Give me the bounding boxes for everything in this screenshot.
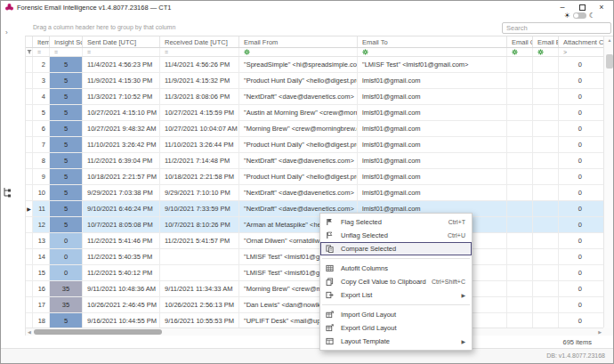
cell-from[interactable]: "Product Hunt Daily" <hello@digest.produ… <box>239 137 358 152</box>
cell-bcc[interactable] <box>533 185 559 200</box>
cell-from[interactable]: "Product Hunt Daily" <hello@digest.produ… <box>239 73 358 88</box>
column-header-bcc[interactable]: Email Bcc <box>533 36 559 47</box>
cell-bcc[interactable] <box>533 137 559 152</box>
cell-bcc[interactable] <box>533 281 559 296</box>
menu-item-export-list[interactable]: Export List▶ <box>320 288 472 302</box>
menu-item-compare-selected[interactable]: Compare Selected <box>320 242 472 255</box>
cell-bcc[interactable] <box>533 89 559 104</box>
cell-score[interactable]: 5 <box>50 169 83 184</box>
cell-bcc[interactable] <box>533 105 559 120</box>
cell-bcc[interactable] <box>533 169 559 184</box>
cell-id[interactable]: 15 <box>33 265 50 280</box>
cell-from[interactable]: "Morning Brew" <crew@morningbrew.com> <box>239 121 358 136</box>
cell-score[interactable]: 5 <box>50 121 83 136</box>
cell-attachments[interactable]: 0 <box>559 281 604 296</box>
column-header-sent[interactable]: Sent Date [UTC] <box>83 36 160 47</box>
filter-cell-from[interactable] <box>239 48 358 56</box>
cell-received[interactable]: 10/26/2021 2:56:13 PM <box>160 297 239 312</box>
table-row[interactable]: 4511/3/2021 7:10:52 PM11/3/2021 8:08:06 … <box>26 89 614 105</box>
column-header-received[interactable]: Received Date [UTC] <box>160 36 239 47</box>
cell-received[interactable]: 9/11/2021 11:34:33 AM <box>160 281 239 296</box>
column-header-id[interactable]: Item Id <box>33 36 50 47</box>
cell-id[interactable]: 5 <box>33 105 50 120</box>
horizontal-scrollbar[interactable]: ◀ ▶ <box>26 328 603 336</box>
cell-sent[interactable]: 11/2/2021 5:40:35 PM <box>83 249 160 264</box>
theme-switch[interactable] <box>573 12 586 19</box>
cell-cc[interactable] <box>507 249 533 264</box>
table-row[interactable]: 1059/29/2021 7:03:38 PM9/29/2021 7:10:10… <box>26 185 614 201</box>
cell-bcc[interactable] <box>533 217 559 232</box>
cell-id[interactable]: 12 <box>33 217 50 232</box>
cell-sent[interactable]: 10/18/2021 2:21:57 PM <box>83 169 160 184</box>
menu-item-autofit-columns[interactable]: Autofit Columns <box>320 262 472 275</box>
scroll-left-icon[interactable]: ◀ <box>28 329 31 335</box>
cell-id[interactable]: 17 <box>33 297 50 312</box>
horizontal-scroll-thumb[interactable] <box>34 329 162 335</box>
cell-sent[interactable]: 11/2/2021 5:41:46 PM <box>83 233 160 248</box>
cell-received[interactable]: 9/29/2021 7:10:10 PM <box>160 185 239 200</box>
cell-to[interactable]: lmisf01@gmail.com <box>358 169 507 184</box>
table-row[interactable]: 3511/9/2021 4:15:30 PM11/9/2021 4:15:32 … <box>26 73 614 89</box>
cell-attachments[interactable]: 0 <box>559 137 604 152</box>
cell-received[interactable]: 11/2/2021 5:41:57 PM <box>160 233 239 248</box>
cell-cc[interactable] <box>507 297 533 312</box>
cell-sent[interactable]: 10/7/2021 8:05:08 PM <box>83 217 160 232</box>
cell-attachments[interactable]: 0 <box>559 185 604 200</box>
cell-attachments[interactable]: 0 <box>559 265 604 280</box>
filter-cell-cc[interactable] <box>507 48 533 56</box>
cell-sent[interactable]: 9/11/2021 10:48:36 AM <box>83 281 160 296</box>
cell-bcc[interactable] <box>533 153 559 168</box>
menu-item-layout-template[interactable]: Layout Template▶ <box>320 335 472 348</box>
cell-attachments[interactable]: 0 <box>559 57 604 72</box>
cell-cc[interactable] <box>507 169 533 184</box>
table-row[interactable]: 2511/4/2021 4:56:23 PM11/4/2021 4:56:26 … <box>26 57 614 73</box>
filter-cell-to[interactable] <box>358 48 507 56</box>
table-row[interactable]: 9510/18/2021 2:21:57 PM10/18/2021 2:21:5… <box>26 169 614 185</box>
filter-cell-sent[interactable]: = <box>83 48 160 56</box>
filter-cell-attachments[interactable]: > <box>559 48 604 56</box>
cell-to[interactable]: lmisf01@gmail.com <box>358 121 507 136</box>
cell-score[interactable]: 0 <box>50 249 83 264</box>
cell-from[interactable]: "NextDraft" <dave@davenetics.com> <box>239 89 358 104</box>
cell-cc[interactable] <box>507 233 533 248</box>
column-header-score[interactable]: Insight Score <box>50 36 83 47</box>
cell-id[interactable]: 2 <box>33 57 50 72</box>
cell-sent[interactable]: 10/26/2021 2:46:45 PM <box>83 297 160 312</box>
menu-item-import-grid-layout[interactable]: Import Grid Layout <box>320 308 472 321</box>
cell-attachments[interactable]: 0 <box>559 201 604 216</box>
cell-id[interactable]: 9 <box>33 169 50 184</box>
cell-score[interactable]: 5 <box>50 153 83 168</box>
cell-received[interactable]: 9/16/2021 10:55:53 PM <box>160 313 239 328</box>
cell-sent[interactable]: 11/9/2021 4:15:30 PM <box>83 73 160 88</box>
cell-to[interactable]: lmisf01@gmail.com <box>358 105 507 120</box>
cell-bcc[interactable] <box>533 57 559 72</box>
cell-score[interactable]: 5 <box>50 57 83 72</box>
cell-cc[interactable] <box>507 57 533 72</box>
cell-id[interactable]: 3 <box>33 73 50 88</box>
filter-cell-received[interactable]: = <box>160 48 239 56</box>
dock-tree-icon[interactable] <box>3 187 13 198</box>
cell-cc[interactable] <box>507 89 533 104</box>
filter-cell-score[interactable]: = <box>50 48 83 56</box>
cell-cc[interactable] <box>507 265 533 280</box>
cell-received[interactable]: 10/7/2021 8:10:26 PM <box>160 217 239 232</box>
cell-cc[interactable] <box>507 137 533 152</box>
cell-to[interactable]: lmisf01@gmail.com <box>358 89 507 104</box>
cell-received[interactable]: 11/2/2021 7:14:48 PM <box>160 153 239 168</box>
cell-cc[interactable] <box>507 121 533 136</box>
cell-bcc[interactable] <box>533 297 559 312</box>
cell-sent[interactable]: 11/2/2021 5:40:12 PM <box>83 265 160 280</box>
cell-bcc[interactable] <box>533 265 559 280</box>
cell-from[interactable]: "SpreadSimple" <hi@spreadsimple.com> <box>239 57 358 72</box>
cell-sent[interactable]: 9/29/2021 7:03:38 PM <box>83 185 160 200</box>
menu-item-copy-cell-value-to-clipboard[interactable]: Copy Cell Value to ClipboardCtrl+Shift+C <box>320 275 472 288</box>
cell-bcc[interactable] <box>533 313 559 328</box>
cell-score[interactable]: 5 <box>50 185 83 200</box>
cell-id[interactable]: 10 <box>33 185 50 200</box>
column-header-from[interactable]: Email From <box>239 36 358 47</box>
cell-sent[interactable]: 10/27/2021 4:15:10 PM <box>83 105 160 120</box>
menu-item-unflag-selected[interactable]: Unflag SelectedCtrl+U <box>320 229 472 242</box>
cell-attachments[interactable]: 0 <box>559 313 604 328</box>
cell-attachments[interactable]: 0 <box>559 297 604 312</box>
cell-cc[interactable] <box>507 281 533 296</box>
